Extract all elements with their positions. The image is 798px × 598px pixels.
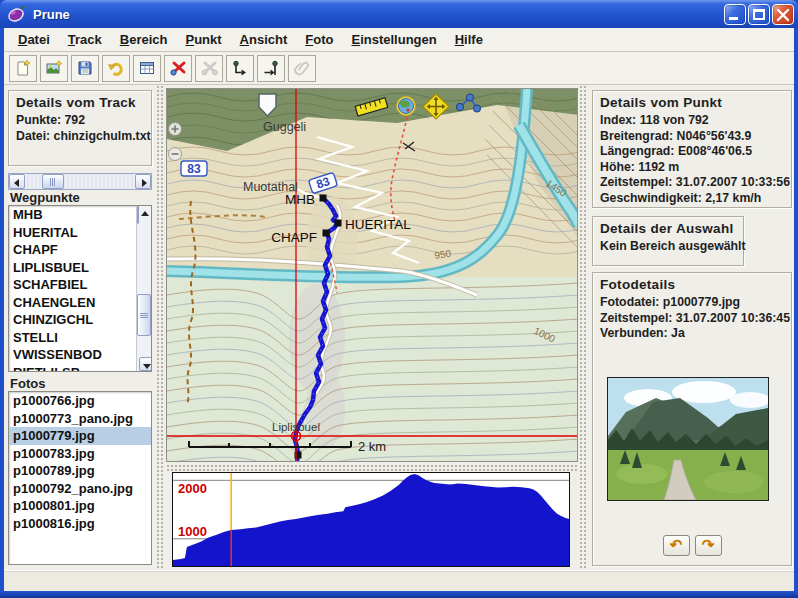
new-file-button[interactable]	[9, 55, 37, 82]
menu-track[interactable]: Track	[59, 30, 111, 49]
arrow-up-icon	[141, 211, 149, 216]
waypoint-item[interactable]: RIETLILSB	[9, 364, 136, 373]
range-end-button[interactable]	[257, 55, 285, 82]
scrollbar-track[interactable]	[25, 174, 135, 189]
delete-point-button[interactable]	[164, 55, 192, 82]
save-button[interactable]	[71, 55, 99, 82]
map-canvas[interactable]: 83 83 Guggeli Muotathal MHB HUERITAL CHA…	[167, 89, 578, 462]
scrollbar-thumb[interactable]	[42, 174, 64, 189]
rotate-right-icon: ↷	[702, 536, 715, 553]
maximize-button[interactable]	[748, 4, 770, 25]
scroll-right-button[interactable]	[135, 174, 151, 189]
menu-ansicht[interactable]: Ansicht	[231, 30, 297, 49]
split-divider-horizontal[interactable]	[166, 464, 578, 471]
waypoint-item[interactable]: MHB	[9, 206, 136, 224]
scroll-down-button[interactable]	[139, 357, 152, 371]
waypoint-item[interactable]: CHAENGLEN	[9, 294, 136, 312]
undo-icon	[107, 59, 125, 77]
waypoint-item[interactable]: LIPLISBUEL	[9, 259, 136, 277]
range-start-button[interactable]	[226, 55, 254, 82]
photos-list[interactable]: p1000766.jpg p1000773_pano.jpg p1000779.…	[8, 391, 152, 565]
close-button[interactable]	[772, 4, 794, 25]
map-globe-icon[interactable]	[397, 97, 416, 116]
menubar: Datei Track Bereich Punkt Ansicht Foto E…	[4, 28, 794, 52]
rotate-left-button[interactable]: ↶	[663, 535, 690, 556]
photo-item[interactable]: p1000773_pano.jpg	[9, 410, 151, 428]
waypoint-label-chapf: CHAPF	[271, 230, 317, 245]
point-details-box: Details vom Punkt Index: 118 von 792 Bre…	[592, 90, 792, 208]
delete-range-icon	[200, 59, 218, 77]
scrollbar-thumb[interactable]	[137, 294, 151, 336]
zoom-in-button[interactable]	[169, 123, 182, 136]
photo-item[interactable]: p1000816.jpg	[9, 515, 151, 533]
arrow-right-icon	[142, 179, 147, 187]
window-title: Prune	[33, 7, 70, 22]
photo-item[interactable]: p1000766.jpg	[9, 392, 151, 410]
app-window: Prune Datei Track Bereich Punkt Ansicht …	[0, 0, 798, 598]
range-start-icon	[231, 59, 249, 77]
titlebar[interactable]: Prune	[0, 0, 798, 28]
point-index: Index: 118 von 792	[600, 113, 784, 129]
profile-axis-label: 1000	[178, 525, 207, 538]
waypoint-item[interactable]: HUERITAL	[9, 224, 136, 242]
add-photo-button[interactable]	[40, 55, 68, 82]
left-panel: Details vom Track Punkte: 792 Datei: chi…	[5, 85, 155, 570]
point-timestamp: Zeitstempel: 31.07.2007 10:33:56	[600, 175, 784, 191]
waypoint-item[interactable]: VWISSENBOD	[9, 346, 136, 364]
point-latitude: Breitengrad: N046°56'43.9	[600, 129, 784, 145]
maximize-icon	[753, 9, 765, 20]
track-details-heading: Details vom Track	[16, 95, 144, 110]
point-altitude: Höhe: 1192 m	[600, 160, 784, 176]
main-content: Details vom Track Punkte: 792 Datei: chi…	[4, 85, 794, 570]
waypoint-item[interactable]: CHINZIGCHL	[9, 311, 136, 329]
menu-hilfe[interactable]: Hilfe	[446, 30, 492, 49]
track-points-count: Punkte: 792	[16, 113, 144, 129]
waypoints-list[interactable]: MHB HUERITAL CHAPF LIPLISBUEL SCHAFBIEL …	[8, 205, 152, 372]
map-column: 83 83 Guggeli Muotathal MHB HUERITAL CHA…	[166, 85, 579, 570]
photo-item[interactable]: p1000779.jpg	[9, 427, 151, 445]
photo-item[interactable]: p1000789.jpg	[9, 462, 151, 480]
waypoint-item[interactable]: SCHAFBIEL	[9, 276, 136, 294]
point-speed: Geschwindigkeit: 2,17 km/h	[600, 191, 784, 207]
minimize-icon	[729, 17, 738, 20]
selection-status: Kein Bereich ausgewählt	[600, 239, 736, 255]
scroll-left-button[interactable]	[9, 174, 25, 189]
menu-datei[interactable]: Datei	[9, 30, 59, 49]
photo-item[interactable]: p1000792_pano.jpg	[9, 480, 151, 498]
photo-item[interactable]: p1000801.jpg	[9, 497, 151, 515]
split-divider-right[interactable]	[579, 85, 588, 570]
minimize-button[interactable]	[724, 4, 746, 25]
connect-photo-icon	[293, 59, 311, 77]
menu-einstellungen[interactable]: Einstellungen	[342, 30, 445, 49]
waypoint-item[interactable]: CHAPF	[9, 241, 136, 259]
point-longitude: Längengrad: E008°46'06.5	[600, 144, 784, 160]
profile-plot[interactable]	[173, 473, 569, 566]
arrow-down-icon	[143, 364, 151, 369]
waypoint-item[interactable]: STELLI	[9, 329, 136, 347]
map-label-guggeli: Guggeli	[263, 120, 306, 134]
rotate-left-icon: ↶	[670, 536, 683, 553]
waypoints-scrollbar[interactable]	[136, 206, 151, 371]
menu-punkt[interactable]: Punkt	[176, 30, 230, 49]
map-view[interactable]: 83 83 Guggeli Muotathal MHB HUERITAL CHA…	[166, 88, 578, 462]
rotate-right-button[interactable]: ↷	[695, 535, 722, 556]
delete-range-button[interactable]	[195, 55, 223, 82]
scroll-up-button[interactable]	[137, 205, 139, 224]
photo-thumbnail[interactable]	[607, 377, 769, 501]
photo-item[interactable]: p1000783.jpg	[9, 445, 151, 463]
undo-button[interactable]	[102, 55, 130, 82]
track-file-name: Datei: chinzigchulm.txt	[16, 129, 144, 145]
window-frame-bottom	[0, 591, 798, 598]
menu-bereich[interactable]: Bereich	[111, 30, 177, 49]
connect-photo-button[interactable]	[288, 55, 316, 82]
new-file-icon	[14, 59, 32, 77]
point-position-scrollbar[interactable]	[8, 173, 152, 190]
delete-point-icon	[169, 59, 187, 77]
split-divider-left[interactable]	[156, 85, 165, 570]
toolbar	[4, 52, 794, 85]
altitude-profile-chart[interactable]: 20001000	[172, 472, 570, 567]
edit-point-button[interactable]	[133, 55, 161, 82]
zoom-out-button[interactable]	[169, 148, 182, 161]
photo-file-name: Fotodatei: p1000779.jpg	[600, 295, 784, 311]
menu-foto[interactable]: Foto	[296, 30, 342, 49]
